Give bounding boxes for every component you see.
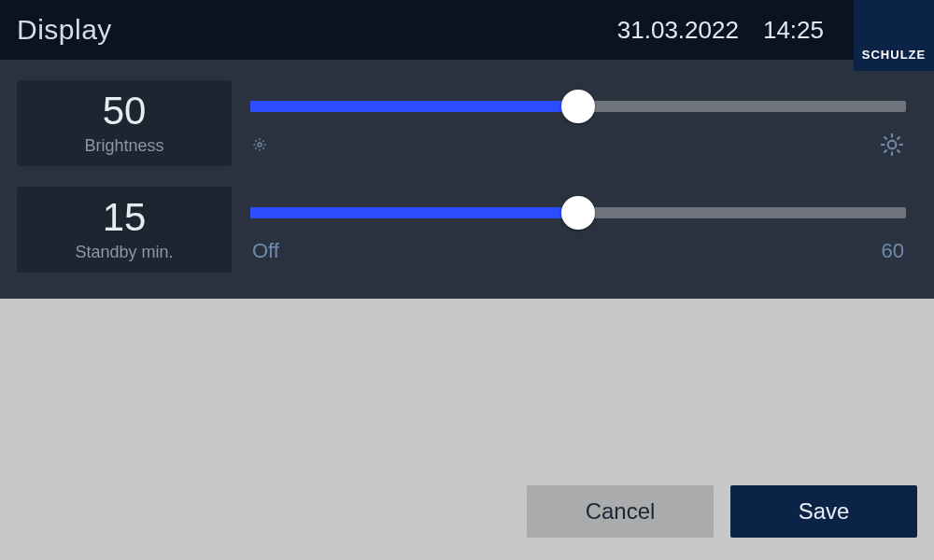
standby-max-label: 60 — [882, 239, 904, 263]
svg-point-9 — [888, 141, 897, 149]
page-title: Display — [17, 14, 112, 46]
svg-line-5 — [255, 140, 256, 141]
cancel-button[interactable]: Cancel — [527, 485, 714, 538]
svg-line-6 — [262, 147, 263, 148]
svg-line-16 — [884, 149, 887, 152]
brightness-low-icon — [252, 137, 267, 152]
svg-line-14 — [884, 137, 887, 140]
header-date: 31.03.2022 — [617, 16, 739, 45]
save-button[interactable]: Save — [730, 485, 917, 538]
standby-slider-thumb[interactable] — [561, 196, 595, 230]
brightness-slider-area — [250, 90, 917, 157]
footer: Cancel Save — [0, 485, 934, 560]
standby-value-box: 15 Standby min. — [17, 187, 232, 273]
brightness-value: 50 — [103, 91, 147, 131]
header: Display 31.03.2022 14:25 SCHULZE — [0, 0, 934, 60]
standby-slider[interactable] — [250, 196, 906, 230]
svg-point-0 — [258, 143, 262, 147]
brand-badge: SCHULZE — [854, 0, 934, 71]
standby-slider-area: Off 60 — [250, 196, 917, 263]
brightness-value-box: 50 Brightness — [17, 80, 232, 166]
brightness-slider[interactable] — [250, 90, 906, 123]
svg-line-15 — [897, 149, 899, 152]
standby-value: 15 — [103, 198, 147, 237]
brightness-row: 50 Brightness — [17, 80, 917, 166]
settings-panel: 50 Brightness — [0, 60, 934, 299]
brightness-label: Brightness — [84, 136, 163, 156]
header-time: 14:25 — [763, 16, 824, 45]
brightness-high-icon — [880, 133, 904, 157]
standby-label: Standby min. — [75, 243, 173, 262]
svg-line-8 — [262, 140, 263, 141]
standby-row: 15 Standby min. Off 60 — [17, 187, 917, 273]
standby-min-label: Off — [252, 239, 279, 263]
svg-line-17 — [897, 137, 899, 140]
brightness-slider-thumb[interactable] — [561, 90, 595, 123]
svg-line-7 — [255, 147, 256, 148]
